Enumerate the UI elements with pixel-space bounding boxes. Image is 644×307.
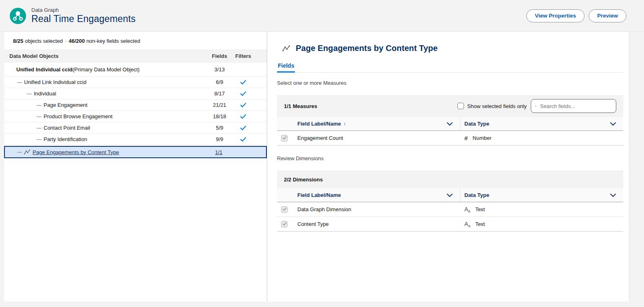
dimensions-count-label: 2/2 Dimensions <box>284 177 323 183</box>
tree-table-header: Data Model Objects Fields Filters <box>4 49 267 63</box>
tree-row-party-identification[interactable]: Party Identification 9/9 <box>4 134 267 145</box>
app-label: Data Graph <box>31 7 136 13</box>
number-icon: # <box>464 135 468 141</box>
column-header-field-label-name[interactable]: Field Label/Name ↑ <box>277 117 460 130</box>
search-fields-input[interactable] <box>540 103 612 109</box>
trend-chart-icon <box>282 45 290 52</box>
trend-chart-icon <box>24 149 31 155</box>
field-label: Engagement Count <box>297 135 343 141</box>
column-header-field-label-name[interactable]: Field Label/Name <box>277 188 460 202</box>
filter-check-icon <box>231 91 255 97</box>
page-title: Real Time Engagements <box>31 13 136 24</box>
checked-disabled-checkbox <box>281 135 288 141</box>
measures-card: 1/1 Measures Show selected fields only F… <box>277 95 623 146</box>
object-name: Individual <box>34 91 56 97</box>
measure-row-engagement-count: Engagement Count # Number <box>277 131 623 146</box>
data-graph-app-icon <box>10 8 26 24</box>
selection-summary: 8/25 objects selected·46/200 non-key fie… <box>4 32 267 44</box>
tree-row-page-engagement[interactable]: Page Engagement 21/21 <box>4 99 267 111</box>
object-name: Unified Link Individual ccid <box>24 79 86 85</box>
column-header-filters: Filters <box>231 53 255 59</box>
data-type-label: Text <box>475 221 485 227</box>
chevron-down-icon[interactable] <box>610 122 616 126</box>
view-properties-button[interactable]: View Properties <box>526 9 585 22</box>
sort-ascending-icon: ↑ <box>343 121 346 127</box>
filter-check-icon <box>231 125 255 131</box>
fields-count-cell: 18/18 <box>208 113 231 119</box>
show-selected-fields-checkbox[interactable] <box>457 103 464 109</box>
search-icon <box>535 103 536 109</box>
field-selection-panel: Page Engagements by Content Type Fields … <box>267 32 629 302</box>
dimensions-hint: Review Dimensions <box>277 155 629 161</box>
chevron-down-icon[interactable] <box>447 194 453 197</box>
separator-dot: · <box>63 38 68 44</box>
object-suffix: (Primary Data Model Object) <box>73 66 140 73</box>
column-header-data-type[interactable]: Data Type <box>460 117 623 130</box>
data-type-label: Number <box>473 135 491 141</box>
dimension-row-data-graph-dimension: Data Graph Dimension Aa Text <box>277 202 623 217</box>
fields-count-cell: 5/9 <box>208 125 231 131</box>
fields-count-cell: 3/13 <box>208 66 231 73</box>
filter-check-icon <box>231 102 255 108</box>
tab-bar: Fields <box>277 59 623 73</box>
objects-count: 8/25 <box>13 38 23 44</box>
fields-count-cell: 8/17 <box>208 91 231 97</box>
tree-row-individual[interactable]: Individual 8/17 <box>4 88 267 99</box>
filter-check-icon <box>231 79 255 86</box>
top-bar: Data Graph Real Time Engagements View Pr… <box>0 0 644 32</box>
panel-title: Page Engagements by Content Type <box>296 44 437 53</box>
measures-count-label: 1/1 Measures <box>284 103 317 109</box>
show-selected-fields-label: Show selected fields only <box>467 103 527 109</box>
fields-count: 46/200 <box>69 38 85 44</box>
object-name-link[interactable]: Page Engagements by Content Type <box>33 149 119 155</box>
chevron-down-icon[interactable] <box>447 122 453 126</box>
field-label: Data Graph Dimension <box>297 206 351 212</box>
fields-count-cell: 21/21 <box>208 102 231 108</box>
tree-row-unified-link-individual[interactable]: Unified Link Individual ccid 6/9 <box>4 77 267 88</box>
search-fields-box[interactable] <box>531 99 616 113</box>
object-name: Product Browse Engagement <box>44 113 112 119</box>
text-icon: Aa <box>464 206 470 213</box>
fields-count-cell: 6/9 <box>208 79 231 85</box>
object-name: Party Identification <box>44 136 87 142</box>
data-type-label: Text <box>475 206 485 212</box>
tree-row-product-browse-engagement[interactable]: Product Browse Engagement 18/18 <box>4 111 267 122</box>
data-model-objects-panel: 8/25 objects selected·46/200 non-key fie… <box>4 32 267 302</box>
checked-disabled-checkbox <box>281 221 288 227</box>
checked-disabled-checkbox <box>281 206 288 213</box>
column-header-fields: Fields <box>208 53 231 59</box>
dimensions-card: 2/2 Dimensions Field Label/Name Data Typ… <box>277 170 623 232</box>
column-header-data-type[interactable]: Data Type <box>460 188 623 202</box>
tab-fields[interactable]: Fields <box>277 59 295 73</box>
preview-button[interactable]: Preview <box>589 9 626 22</box>
fields-count-cell: 9/9 <box>208 136 231 142</box>
measures-hint: Select one or more Measures <box>277 80 629 86</box>
right-gutter <box>629 32 644 302</box>
chevron-down-icon[interactable] <box>610 194 616 197</box>
fields-count-link[interactable]: 1/1 <box>215 149 222 155</box>
object-name: Page Engagement <box>44 102 88 108</box>
tree-row-contact-point-email[interactable]: Contact Point Email 5/9 <box>4 122 267 134</box>
field-label: Content Type <box>297 221 329 227</box>
object-name: Contact Point Email <box>44 125 90 131</box>
filter-check-icon <box>231 136 255 143</box>
filter-check-icon <box>231 113 255 120</box>
column-header-data-model-objects: Data Model Objects <box>9 53 208 59</box>
left-gutter <box>0 32 4 302</box>
tree-row-unified-individual[interactable]: Unified Individual ccid (Primary Data Mo… <box>4 63 267 77</box>
tree-row-page-engagements-by-content-type-selected[interactable]: Page Engagements by Content Type 1/1 <box>4 146 267 158</box>
text-icon: Aa <box>464 221 470 228</box>
object-name: Unified Individual ccid <box>16 66 73 73</box>
dimension-row-content-type: Content Type Aa Text <box>277 217 623 232</box>
